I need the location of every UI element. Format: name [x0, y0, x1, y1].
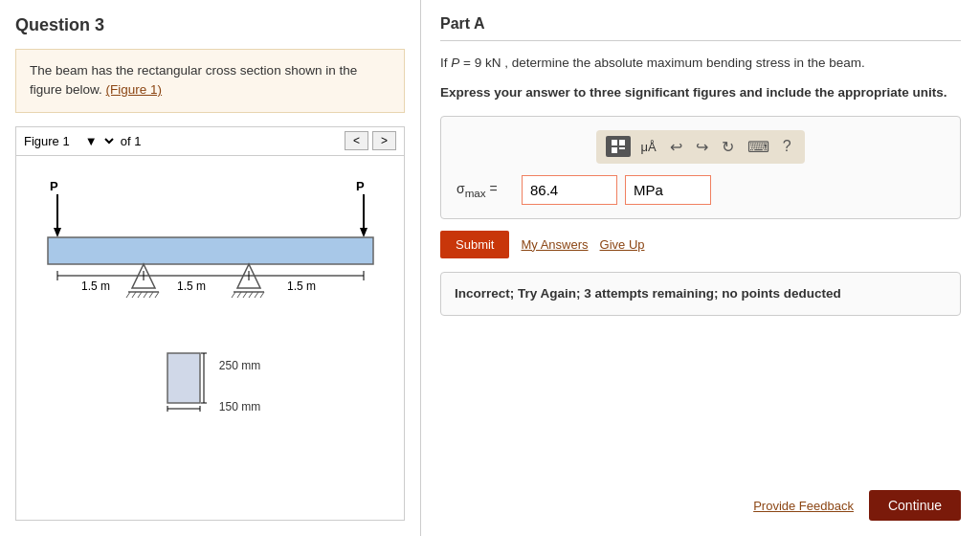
- svg-marker-4: [360, 228, 368, 237]
- figure-link[interactable]: (Figure 1): [106, 82, 163, 97]
- svg-line-21: [138, 292, 142, 298]
- svg-text:P: P: [50, 179, 58, 193]
- svg-line-23: [149, 292, 153, 298]
- svg-line-27: [232, 292, 235, 298]
- bottom-actions: Provide Feedback Continue: [440, 490, 961, 521]
- beam-diagram: P P 1.5 m 1.5 m 1.5 m: [29, 175, 392, 347]
- svg-line-30: [249, 292, 253, 298]
- svg-text:1.5 m: 1.5 m: [81, 279, 110, 293]
- svg-rect-6: [48, 237, 373, 264]
- svg-text:P: P: [356, 179, 365, 193]
- svg-text:1.5 m: 1.5 m: [287, 279, 316, 293]
- figure-area: P P 1.5 m 1.5 m 1.5 m: [15, 156, 405, 522]
- refresh-button[interactable]: ↻: [718, 136, 738, 158]
- answer-toolbar: μÅ ↩ ↪ ↻ ⌨ ?: [596, 130, 804, 164]
- figure-of-text: of 1: [121, 134, 341, 148]
- mu-button[interactable]: μÅ: [636, 138, 659, 156]
- provide-feedback-button[interactable]: Provide Feedback: [753, 499, 854, 513]
- matrix-button[interactable]: [606, 136, 631, 157]
- question-description: The beam has the rectangular cross secti…: [15, 49, 405, 113]
- feedback-box: Incorrect; Try Again; 3 attempts remaini…: [440, 272, 961, 316]
- svg-line-20: [132, 292, 136, 298]
- cross-section-width-label: 150 mm: [219, 400, 260, 413]
- keyboard-button[interactable]: ⌨: [744, 136, 773, 158]
- action-row: Submit My Answers Give Up: [440, 231, 961, 258]
- svg-rect-33: [167, 353, 200, 403]
- svg-line-19: [126, 292, 130, 298]
- svg-line-28: [237, 292, 241, 298]
- svg-text:1.5 m: 1.5 m: [177, 279, 206, 293]
- figure-controls: Figure 1 ▼ of 1 < >: [15, 126, 405, 156]
- svg-line-32: [260, 292, 264, 298]
- answer-row: σmax =: [457, 175, 945, 205]
- question-title: Question 3: [15, 15, 405, 35]
- svg-rect-42: [612, 147, 617, 153]
- svg-marker-1: [54, 228, 61, 237]
- give-up-button[interactable]: Give Up: [600, 237, 645, 252]
- figure-next-button[interactable]: >: [372, 131, 396, 150]
- svg-line-29: [243, 292, 247, 298]
- redo-button[interactable]: ↪: [692, 136, 712, 158]
- svg-rect-41: [619, 140, 625, 145]
- submit-button[interactable]: Submit: [440, 231, 509, 258]
- svg-rect-40: [612, 140, 617, 145]
- answer-input[interactable]: [522, 175, 617, 205]
- svg-line-24: [155, 292, 159, 298]
- undo-button[interactable]: ↩: [666, 136, 686, 158]
- figure-prev-button[interactable]: <: [345, 131, 368, 150]
- svg-line-22: [144, 292, 147, 298]
- part-title: Part A: [440, 15, 961, 41]
- answer-box: μÅ ↩ ↪ ↻ ⌨ ? σmax =: [440, 116, 961, 219]
- figure-select[interactable]: ▼: [78, 131, 117, 151]
- help-button[interactable]: ?: [779, 136, 795, 157]
- my-answers-button[interactable]: My Answers: [521, 237, 588, 252]
- cross-section-diagram: [160, 351, 208, 413]
- problem-statement: If P = 9 kN , determine the absolute max…: [440, 53, 961, 74]
- figure-label: Figure 1: [24, 134, 70, 148]
- unit-input[interactable]: [625, 175, 711, 205]
- cross-section-height-label: 250 mm: [219, 359, 260, 372]
- problem-instruction: Express your answer to three significant…: [440, 83, 961, 102]
- continue-button[interactable]: Continue: [869, 490, 961, 521]
- svg-line-31: [255, 292, 258, 298]
- description-text: The beam has the rectangular cross secti…: [30, 63, 357, 97]
- sigma-label: σmax =: [457, 181, 514, 199]
- svg-rect-43: [619, 147, 625, 149]
